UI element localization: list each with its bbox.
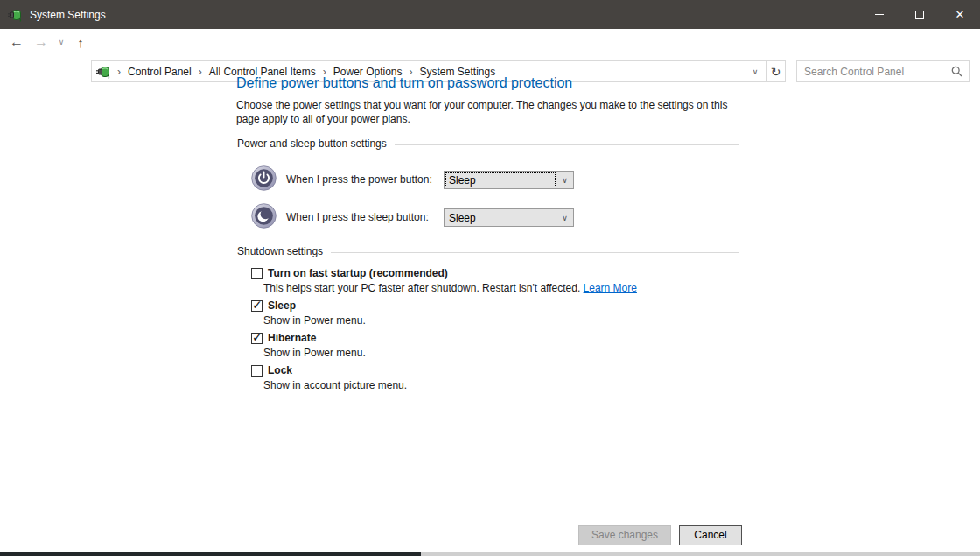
hibernate-option-label[interactable]: Hibernate [268,332,316,344]
hibernate-checkbox[interactable] [251,333,262,344]
page-description: Choose the power settings that you want … [236,98,733,126]
power-button-dropdown[interactable]: Sleep ∨ [444,171,574,189]
lock-option-label[interactable]: Lock [268,364,292,377]
power-options-app-icon [8,8,22,22]
minimize-icon [875,14,884,15]
address-dropdown-button[interactable]: ∨ [745,67,766,76]
power-button-dropdown-value: Sleep [449,174,556,187]
search-input[interactable] [804,66,951,78]
shutdown-section-title: Shutdown settings [237,245,323,257]
minimize-button[interactable] [859,0,900,29]
window-title: System Settings [30,9,106,21]
learn-more-link[interactable]: Learn More [584,282,637,294]
power-section-title: Power and sleep button settings [237,137,387,150]
window-controls: ✕ [859,0,980,29]
breadcrumb-separator-icon: › [117,66,121,78]
cancel-button[interactable]: Cancel [679,525,742,545]
hibernate-option-description: Show in Power menu. [263,347,366,359]
maximize-button[interactable] [900,0,940,29]
refresh-icon: ↻ [771,65,781,79]
breadcrumb-separator-icon: › [199,66,202,78]
taskbar-edge-dark [0,552,421,556]
page-title: Define power buttons and turn on passwor… [236,75,572,91]
sleep-button-dropdown[interactable]: Sleep ∨ [444,208,574,227]
taskbar-edge-light [421,552,980,556]
power-section-header: Power and sleep button settings [237,137,739,150]
sleep-button-icon [251,203,276,229]
forward-button[interactable]: → [32,32,51,53]
forward-icon: → [34,34,48,50]
sleep-button-dropdown-value: Sleep [449,212,556,224]
back-button[interactable]: ← [7,32,26,53]
lock-option-description: Show in account picture menu. [263,379,407,391]
fast-startup-label[interactable]: Turn on fast startup (recommended) [268,267,448,279]
power-options-breadcrumb-icon [96,65,110,79]
search-icon[interactable] [951,66,962,77]
fast-startup-checkbox[interactable] [251,268,262,279]
power-button-icon [251,165,276,191]
up-icon: ↑ [77,35,84,50]
chevron-down-icon: ∨ [59,38,65,46]
navigation-bar: ← → ∨ ↑ › Control Panel › All Control Pa… [0,29,980,55]
close-button[interactable]: ✕ [940,0,980,29]
sleep-button-label: When I press the sleep button: [286,211,429,223]
breadcrumb-control-panel[interactable]: Control Panel [128,66,192,78]
address-bar-right: ∨ ↻ [745,61,785,81]
refresh-button[interactable]: ↻ [766,61,785,81]
search-box[interactable] [796,60,970,82]
titlebar: System Settings ✕ [0,0,980,29]
lock-checkbox[interactable] [251,365,262,377]
sleep-checkbox[interactable] [251,300,262,312]
section-divider [331,252,739,253]
sleep-option-description: Show in Power menu. [263,314,366,327]
fast-startup-description-text: This helps start your PC faster after sh… [263,282,584,294]
save-changes-button: Save changes [578,525,671,545]
back-icon: ← [10,34,24,50]
chevron-down-icon: ∨ [556,214,573,222]
section-divider [395,144,739,145]
sleep-option-label[interactable]: Sleep [268,299,296,312]
maximize-icon [915,11,924,19]
chevron-down-icon: ∨ [556,176,573,185]
power-button-label: When I press the power button: [286,173,432,186]
recent-pages-button[interactable]: ∨ [54,32,68,53]
up-button[interactable]: ↑ [72,32,89,53]
fast-startup-description: This helps start your PC faster after sh… [263,282,637,294]
close-icon: ✕ [956,9,965,20]
shutdown-section-header: Shutdown settings [237,245,739,257]
